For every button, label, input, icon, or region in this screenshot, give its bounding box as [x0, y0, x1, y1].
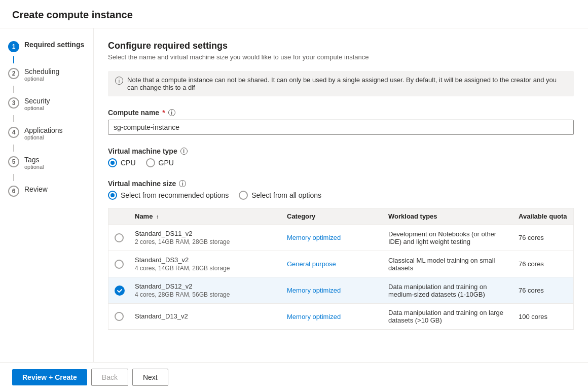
sidebar-item-applications[interactable]: 4 Applications optional	[0, 122, 93, 145]
vm-size-all[interactable]: Select from all options	[239, 191, 321, 200]
vm-type-gpu[interactable]: GPU	[146, 158, 174, 167]
footer: Review + Create Back Next	[0, 362, 588, 391]
recommended-radio-inner	[111, 193, 115, 197]
next-button[interactable]: Next	[132, 369, 168, 386]
vm-type-info-icon[interactable]: i	[180, 148, 188, 155]
row4-workload: Data manipulation and training on large …	[382, 309, 512, 324]
info-banner-text: Note that a compute instance can not be …	[127, 76, 567, 91]
step-4-indicator: 4	[8, 127, 19, 138]
cpu-radio-inner	[111, 161, 115, 165]
row1-category[interactable]: Memory optimized	[281, 234, 382, 241]
connector-2	[13, 86, 14, 93]
sidebar-item-sublabel-2: optional	[24, 76, 59, 82]
sidebar: 1 Required settings 2 Scheduling optiona…	[0, 28, 94, 391]
vm-size-option-group: Select from recommended options Select f…	[108, 191, 574, 200]
compute-name-info-icon[interactable]: i	[168, 109, 175, 116]
compute-name-label: Compute name * i	[108, 109, 574, 117]
compute-name-input[interactable]	[108, 120, 574, 135]
connector-4	[13, 145, 14, 152]
sidebar-item-tags[interactable]: 5 Tags optional	[0, 152, 93, 174]
row1-name: Standard_DS11_v2 2 cores, 14GB RAM, 28GB…	[129, 230, 281, 245]
header-quota: Available quota	[512, 212, 573, 220]
sidebar-item-label-5: Tags	[24, 156, 44, 164]
compute-name-group: Compute name * i	[108, 109, 574, 135]
row3-check	[115, 286, 125, 296]
row4-quota: 100 cores	[512, 313, 573, 320]
gpu-label: GPU	[159, 159, 174, 167]
row3-workload: Data manipulation and training on medium…	[382, 283, 512, 298]
gpu-radio-outer	[146, 158, 155, 167]
all-radio-outer	[239, 191, 248, 200]
sidebar-item-sublabel-3: optional	[24, 105, 50, 111]
vm-type-label: Virtual machine type i	[108, 147, 574, 155]
row4-name: Standard_D13_v2	[129, 312, 281, 321]
row2-select[interactable]	[108, 260, 129, 269]
header-name: Name ↑	[129, 212, 281, 220]
row2-workload: Classical ML model training on small dat…	[382, 257, 512, 272]
header-workload: Workload types	[382, 212, 512, 220]
vm-type-cpu[interactable]: CPU	[108, 158, 136, 167]
row2-radio[interactable]	[115, 260, 124, 269]
row3-select[interactable]	[108, 286, 129, 296]
recommended-radio-outer	[108, 191, 117, 200]
sidebar-item-label-2: Scheduling	[24, 67, 59, 76]
sidebar-item-sublabel-4: optional	[24, 134, 63, 140]
row2-name: Standard_DS3_v2 4 cores, 14GB RAM, 28GB …	[129, 256, 281, 272]
page-title: Create compute instance	[0, 0, 588, 28]
sidebar-item-label-1: Required settings	[24, 41, 84, 49]
sidebar-item-label-6: Review	[24, 185, 48, 193]
sidebar-item-review[interactable]: 6 Review	[0, 181, 93, 201]
vm-type-radio-group: CPU GPU	[108, 158, 574, 167]
step-5-indicator: 5	[8, 156, 19, 167]
table-header: Name ↑ Category Workload types Available…	[108, 208, 573, 225]
row4-select[interactable]	[108, 312, 129, 321]
sidebar-item-required[interactable]: 1 Required settings	[0, 37, 93, 56]
table-row[interactable]: Standard_DS12_v2 4 cores, 28GB RAM, 56GB…	[108, 277, 573, 304]
section-title: Configure required settings	[108, 41, 574, 51]
section-subtitle: Select the name and virtual machine size…	[108, 53, 574, 61]
sidebar-item-sublabel-5: optional	[24, 164, 44, 170]
vm-size-table: Name ↑ Category Workload types Available…	[108, 208, 574, 330]
sidebar-item-scheduling[interactable]: 2 Scheduling optional	[0, 63, 93, 86]
sidebar-item-label-4: Applications	[24, 126, 63, 134]
back-button[interactable]: Back	[91, 369, 128, 386]
row4-radio[interactable]	[115, 312, 124, 321]
vm-size-info-icon[interactable]: i	[179, 180, 186, 187]
connector-1	[13, 56, 14, 63]
row2-quota: 76 cores	[512, 260, 573, 268]
review-create-button[interactable]: Review + Create	[12, 369, 87, 385]
sidebar-item-security[interactable]: 3 Security optional	[0, 93, 93, 115]
step-6-indicator: 6	[8, 186, 19, 197]
connector-5	[13, 174, 14, 181]
vm-size-label: Virtual machine size i	[108, 180, 574, 188]
sort-arrow: ↑	[156, 213, 159, 220]
row3-name: Standard_DS12_v2 4 cores, 28GB RAM, 56GB…	[129, 282, 281, 298]
row1-select[interactable]	[108, 233, 129, 242]
table-row[interactable]: Standard_DS3_v2 4 cores, 14GB RAM, 28GB …	[108, 251, 573, 277]
sidebar-item-label-3: Security	[24, 97, 50, 105]
connector-3	[13, 115, 14, 122]
row3-category[interactable]: Memory optimized	[281, 287, 382, 294]
recommended-label: Select from recommended options	[121, 191, 229, 199]
table-row[interactable]: Standard_DS11_v2 2 cores, 14GB RAM, 28GB…	[108, 225, 573, 251]
vm-size-group: Virtual machine size i Select from recom…	[108, 180, 574, 330]
info-banner: i Note that a compute instance can not b…	[108, 71, 574, 96]
row1-workload: Development on Notebooks (or other IDE) …	[382, 230, 512, 245]
vm-size-recommended[interactable]: Select from recommended options	[108, 191, 229, 200]
vm-type-group: Virtual machine type i CPU GPU	[108, 147, 574, 167]
header-category: Category	[281, 212, 382, 220]
step-1-indicator: 1	[8, 41, 19, 52]
info-icon: i	[115, 77, 123, 85]
required-star: *	[162, 109, 165, 117]
step-3-indicator: 3	[8, 97, 19, 109]
cpu-label: CPU	[121, 159, 136, 167]
step-2-indicator: 2	[8, 68, 19, 79]
row1-radio[interactable]	[115, 233, 124, 242]
row1-quota: 76 cores	[512, 234, 573, 241]
table-row[interactable]: Standard_D13_v2 Memory optimized Data ma…	[108, 304, 573, 330]
row4-category[interactable]: Memory optimized	[281, 313, 382, 320]
cpu-radio-outer	[108, 158, 117, 167]
row2-category[interactable]: General purpose	[281, 260, 382, 268]
all-options-label: Select from all options	[251, 191, 321, 199]
header-select	[108, 212, 129, 220]
